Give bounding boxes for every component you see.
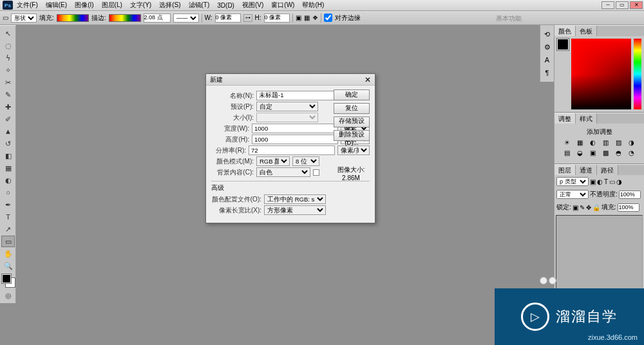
name-input[interactable] xyxy=(256,91,343,100)
watermark-logo-icon: ▷ xyxy=(521,303,549,331)
save-preset-button[interactable]: 存储预设(S)... xyxy=(334,117,370,127)
size-select xyxy=(256,113,318,122)
bg-color-swatch[interactable] xyxy=(313,169,319,176)
dialog-close-icon[interactable]: ✕ xyxy=(365,75,371,84)
new-document-dialog: 新建 ✕ 确定 复位 存储预设(S)... 删除预设(D)... 图像大小: 2… xyxy=(205,73,375,223)
dialog-title: 新建 xyxy=(210,75,223,84)
pixel-aspect-label: 像素长宽比(X): xyxy=(211,206,261,215)
name-label: 名称(N): xyxy=(211,91,254,100)
image-size-value: 2.86M xyxy=(335,174,367,182)
size-label: 大小(I): xyxy=(211,113,254,122)
watermark-url: zixue.3d66.com xyxy=(588,333,638,341)
bit-depth-select[interactable]: 8 位 xyxy=(292,156,319,166)
cancel-button[interactable]: 复位 xyxy=(334,103,370,114)
color-mode-label: 颜色模式(M): xyxy=(211,157,254,166)
delete-preset-button[interactable]: 删除预设(D)... xyxy=(334,130,370,141)
color-profile-label: 颜色配置文件(O): xyxy=(211,195,261,204)
revision-dots xyxy=(540,277,556,284)
preset-label: 预设(P): xyxy=(211,102,254,111)
bg-content-select[interactable]: 白色 xyxy=(256,167,310,177)
height-input[interactable] xyxy=(252,135,338,144)
watermark: ▷ 溜溜自学 zixue.3d66.com xyxy=(495,288,644,345)
pixel-aspect-select[interactable]: 方形像素 xyxy=(264,205,326,215)
height-label: 高度(H): xyxy=(211,135,249,144)
bg-content-label: 背景内容(C): xyxy=(211,168,254,177)
preset-select[interactable]: 自定 xyxy=(256,102,318,111)
resolution-input[interactable] xyxy=(249,145,335,155)
resolution-label: 分辨率(R): xyxy=(211,146,246,155)
advanced-label[interactable]: 高级 xyxy=(211,184,370,192)
color-profile-select[interactable]: 工作中的 RGB: sRGB IEC619… xyxy=(264,194,326,204)
resolution-unit-select[interactable]: 像素/英寸 xyxy=(337,145,370,155)
image-size-label: 图像大小: xyxy=(335,165,367,174)
watermark-text: 溜溜自学 xyxy=(556,307,618,326)
width-label: 宽度(W): xyxy=(211,124,249,133)
ok-button[interactable]: 确定 xyxy=(334,89,370,100)
color-mode-select[interactable]: RGB 颜色 xyxy=(256,156,290,166)
width-input[interactable] xyxy=(252,124,338,133)
